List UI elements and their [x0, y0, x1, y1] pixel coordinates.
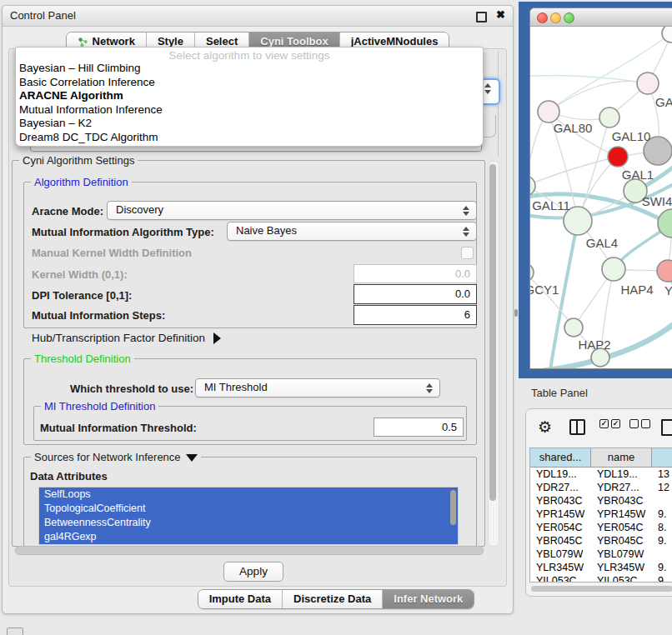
network-node[interactable] — [662, 27, 672, 42]
column-header-partial[interactable] — [652, 448, 672, 467]
deselect-all-checkboxes-icon[interactable] — [629, 419, 650, 428]
node-label: GAL10 — [612, 129, 651, 143]
gear-icon[interactable]: ⚙ — [538, 419, 552, 435]
table-row[interactable]: YIL053CYIL053C9 — [530, 574, 672, 582]
select-all-checkboxes-icon[interactable]: ✓✓ — [599, 419, 620, 428]
table-header-row: shared... name — [530, 448, 672, 468]
aracne-mode-combo[interactable]: Discovery — [107, 201, 477, 220]
network-node-gal10[interactable] — [599, 108, 619, 128]
tab-discretize-data[interactable]: Discretize Data — [282, 590, 382, 608]
table-hscrollbar-thumb[interactable] — [531, 586, 672, 592]
table-row[interactable]: YER054CYER054C8. — [530, 521, 672, 534]
expanded-arrow-icon — [186, 454, 198, 462]
node-label: GAL80 — [554, 121, 593, 135]
settings-hscrollbar-track[interactable] — [13, 546, 485, 553]
close-traffic-light[interactable] — [537, 12, 548, 23]
hub-tf-definition-toggle[interactable]: Hub/Transcription Factor Definition — [32, 332, 221, 344]
table-row[interactable]: YBR043CYBR043C — [530, 494, 672, 508]
data-attribute-item-selected[interactable]: TopologicalCoefficient — [39, 502, 458, 516]
node-label: Y — [664, 283, 672, 298]
data-attribute-item-selected[interactable]: gal4RGexp — [39, 530, 458, 544]
dpi-tolerance-field[interactable]: 0.0 — [354, 284, 477, 304]
network-node-selected-red[interactable] — [608, 147, 628, 167]
table-cell: YBR043C — [591, 494, 652, 508]
node-label: GCY1 — [530, 282, 559, 297]
table-row[interactable]: YDL19...YDL19...13 — [530, 468, 672, 481]
column-header-name[interactable]: name — [591, 448, 652, 467]
mi-type-label: Mutual Information Algorithm Type: — [32, 226, 214, 238]
tab-impute-data[interactable]: Impute Data — [198, 590, 282, 608]
table-cell: YBL079W — [591, 548, 652, 561]
table-cell: YBR043C — [530, 494, 591, 508]
table-cell — [652, 548, 672, 561]
minimized-panel-icon[interactable] — [7, 628, 23, 635]
table-cell: YPR145W — [591, 508, 652, 521]
table-cell: YBR045C — [591, 534, 652, 548]
table-cell: YBR045C — [530, 534, 591, 548]
list-vscrollbar[interactable] — [450, 490, 456, 525]
combo-arrows-icon — [463, 227, 469, 237]
table-row[interactable]: YBR045CYBR045C9. — [530, 534, 672, 548]
column-header-shared-name[interactable]: shared... — [530, 448, 591, 467]
table-cell: YDR27... — [591, 481, 652, 494]
algorithm-option[interactable]: Dream8 DC_TDC Algorithm — [16, 131, 483, 145]
columns-icon[interactable] — [569, 419, 585, 435]
network-canvas[interactable]: GAL GAL80 GAL10 GAL1 SWI4 GAL11 GAL4 GCY… — [530, 27, 672, 368]
control-panel-titlebar[interactable]: Control Panel ✖ — [3, 6, 513, 27]
mi-steps-label: Mutual Information Steps: — [32, 309, 165, 322]
table-body: YDL19...YDL19...13YDR27...YDR27...12YBR0… — [530, 468, 672, 582]
table-cell — [652, 494, 672, 508]
node-label: GAL11 — [532, 198, 570, 212]
which-threshold-combo[interactable]: MI Threshold — [195, 378, 440, 398]
zoom-traffic-light[interactable] — [564, 12, 574, 23]
table-row[interactable]: YBL079WYBL079W — [530, 548, 672, 561]
table-cell: 9. — [652, 534, 672, 548]
table-row[interactable]: YPR145WYPR145W9. — [530, 508, 672, 521]
tab-infer-network[interactable]: Infer Network — [382, 590, 474, 608]
algorithm-option[interactable]: Basic Correlation Inference — [16, 76, 483, 90]
document-icon[interactable] — [661, 419, 672, 436]
network-node-hap4[interactable] — [602, 258, 625, 281]
minimize-traffic-light[interactable] — [550, 12, 561, 23]
kernel-width-field[interactable]: 0.0 — [354, 264, 477, 283]
network-window-titlebar[interactable] — [530, 8, 672, 27]
mi-algorithm-type-combo[interactable]: Naive Bayes — [227, 222, 477, 241]
data-attributes-list[interactable]: SelfLoopsTopologicalCoefficientBetweenne… — [38, 487, 459, 545]
collapsed-arrow-icon — [213, 332, 221, 344]
float-window-icon[interactable] — [476, 12, 487, 22]
apply-button[interactable]: Apply — [223, 562, 283, 582]
settings-vscrollbar-track[interactable] — [488, 161, 499, 547]
panel-divider-handle[interactable] — [514, 309, 518, 317]
node-label: HAP4 — [620, 282, 653, 297]
table-row[interactable]: YDR27...YDR27...12 — [530, 481, 672, 494]
table-panel-title: Table Panel — [531, 387, 588, 399]
algorithm-option[interactable]: ARACNE Algorithm — [16, 89, 483, 103]
data-attributes-label: Data Attributes — [30, 470, 108, 482]
data-attribute-item-selected[interactable]: SelfLoops — [39, 488, 458, 502]
table-cell: YBL079W — [530, 548, 591, 561]
network-node-hap2[interactable] — [564, 318, 583, 337]
network-node[interactable] — [657, 260, 672, 282]
settings-hscrollbar-thumb[interactable] — [15, 546, 484, 555]
mi-threshold-label: Mutual Information Threshold: — [40, 422, 197, 434]
application-root: Control Panel ✖ Network Style Select — [0, 0, 672, 635]
table-panel-window: ⚙ ✓✓ shared... name YDL19...YDL19...13YD… — [525, 408, 672, 597]
mi-steps-field[interactable]: 6 — [354, 305, 477, 325]
node-label: GAL4 — [586, 236, 618, 250]
table-cell: 8. — [652, 521, 672, 534]
data-attribute-item-selected[interactable]: BetweennessCentrality — [39, 516, 458, 530]
network-node-gal11[interactable] — [530, 176, 535, 196]
mi-threshold-field[interactable]: 0.5 — [374, 418, 464, 437]
table-row[interactable]: YLR345WYLR345W9. — [530, 561, 672, 574]
manual-kernel-label: Manual Kernel Width Definition — [32, 247, 192, 259]
algorithm-option[interactable]: Mutual Information Inference — [16, 103, 483, 118]
manual-kernel-checkbox[interactable] — [461, 247, 474, 259]
settings-vscrollbar-thumb[interactable] — [489, 164, 496, 501]
network-node[interactable] — [538, 101, 559, 122]
algorithm-option[interactable]: Bayesian – Hill Climbing — [16, 62, 483, 76]
network-node[interactable] — [637, 72, 659, 94]
node-label: SWI4 — [642, 194, 672, 208]
close-icon[interactable]: ✖ — [496, 8, 505, 21]
algorithm-option[interactable]: Bayesian – K2 — [16, 117, 483, 131]
table-cell: YLR345W — [591, 561, 652, 574]
